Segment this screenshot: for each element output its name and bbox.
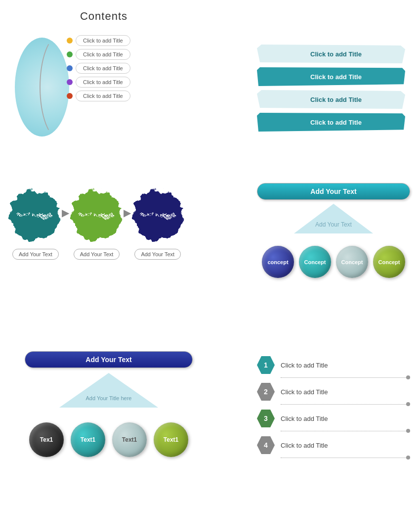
arrow-text-inside: Add Your Title here	[25, 395, 193, 401]
mindmap-dot	[67, 65, 73, 71]
arrow-ball[interactable]: Text1	[154, 422, 188, 457]
num-dot-end	[406, 402, 410, 406]
mindmap-box[interactable]: Click to add Title	[76, 91, 130, 101]
concept-ball[interactable]: Concept	[373, 246, 405, 278]
num-dot-end	[406, 375, 410, 379]
num-dot-end	[406, 456, 410, 460]
blob-add-text[interactable]: Add Your Text	[12, 249, 59, 260]
mindmap-box[interactable]: Click to add Title	[76, 49, 130, 60]
contents-title: Contents	[10, 10, 198, 23]
num-dots	[281, 431, 410, 431]
mindmap-item[interactable]: Click to add Title	[67, 63, 130, 74]
num-dots	[281, 458, 410, 458]
mindmap-dot	[67, 79, 73, 85]
num-dots	[281, 377, 410, 378]
arrow-big	[59, 373, 158, 408]
brush-label: Click to add Title	[257, 96, 405, 103]
brush-label: Click to add Title	[257, 50, 405, 58]
blob-shape[interactable]: Text in here	[10, 190, 59, 240]
arrow-diagram-section: Add Your Text Add Your Title here Tex1Te…	[25, 351, 193, 457]
blob-item: Text in here	[133, 190, 183, 240]
concept-header[interactable]: Add Your Text	[257, 183, 410, 200]
num-hex: 4	[257, 436, 275, 454]
blob-item: Text in here	[10, 190, 59, 240]
num-text[interactable]: Click to add Title	[281, 388, 410, 396]
numbered-item[interactable]: 4Click to add Title	[257, 436, 410, 454]
brush-item[interactable]: Click to add Title	[257, 113, 405, 132]
mindmap-item[interactable]: Click to add Title	[67, 35, 130, 46]
mindmap-container: Click to add TitleClick to add TitleClic…	[10, 28, 193, 146]
num-text[interactable]: Click to add Title	[281, 442, 410, 449]
blob-shape[interactable]: Text in here	[72, 190, 121, 240]
mindmap-box[interactable]: Click to add Title	[76, 77, 130, 88]
concept-ball[interactable]: Concept	[299, 246, 331, 278]
mindmap-box[interactable]: Click to add Title	[76, 63, 130, 74]
num-dot-end	[406, 429, 410, 433]
numbered-item[interactable]: 2Click to add Title	[257, 383, 410, 401]
mindmap-box[interactable]: Click to add Title	[76, 35, 130, 46]
arrow-ball[interactable]: Text1	[112, 422, 147, 457]
blobs-row: Text in here▶Text in here▶Text in here	[10, 190, 208, 240]
concept-arrow-area: Add Your Text	[257, 204, 410, 243]
arrow-balls-row: Tex1Text1Text1Text1	[25, 422, 193, 457]
mindmap-item[interactable]: Click to add Title	[67, 77, 130, 88]
num-hex: 3	[257, 410, 275, 427]
arrow-ball[interactable]: Text1	[71, 422, 105, 457]
arrow-diagram-area: Add Your Title here	[25, 373, 193, 417]
brush-section: Click to add TitleClick to add TitleClic…	[257, 45, 405, 132]
arrow-header[interactable]: Add Your Text	[25, 351, 193, 368]
brush-label: Click to add Title	[257, 119, 405, 126]
numbered-item[interactable]: 3Click to add Title	[257, 410, 410, 427]
mindmap-dot	[67, 38, 73, 44]
blob-item: Text in here	[72, 190, 121, 240]
num-dots	[281, 404, 410, 405]
contents-section: Contents Click to add TitleClick to add …	[10, 10, 198, 146]
brush-label: Click to add Title	[257, 73, 405, 81]
mindmap-dot	[67, 93, 73, 99]
num-hex: 1	[257, 356, 275, 374]
mindmap-item[interactable]: Click to add Title	[67, 91, 130, 101]
blob-add-text[interactable]: Add Your Text	[74, 249, 120, 260]
num-text[interactable]: Click to add Title	[281, 362, 410, 369]
blobs-section: Text in here▶Text in here▶Text in here A…	[10, 190, 208, 260]
brush-item[interactable]: Click to add Title	[257, 90, 405, 109]
mindmap-dot	[67, 51, 73, 57]
brush-item[interactable]: Click to add Title	[257, 45, 405, 63]
mindmap-item[interactable]: Click to add Title	[67, 49, 130, 60]
blob-arrow-icon: ▶	[124, 207, 131, 219]
numbered-section: 1Click to add Title2Click to add Title3C…	[257, 356, 410, 463]
num-text[interactable]: Click to add Title	[281, 415, 410, 422]
brush-item[interactable]: Click to add Title	[257, 67, 405, 86]
blob-arrow-icon: ▶	[62, 207, 69, 219]
arrow-ball[interactable]: Tex1	[29, 422, 64, 457]
concept-arrow-label: Add Your Text	[257, 221, 410, 228]
blob-shape[interactable]: Text in here	[133, 190, 183, 240]
mindmap-items: Click to add TitleClick to add TitleClic…	[67, 35, 130, 101]
blob-add-text[interactable]: Add Your Text	[134, 249, 181, 260]
concept-ball[interactable]: concept	[262, 246, 294, 278]
blobs-labels-row: Add Your TextAdd Your TextAdd Your Text	[10, 249, 208, 260]
concept-arrow	[294, 204, 373, 233]
numbered-item[interactable]: 1Click to add Title	[257, 356, 410, 374]
concept-section: Add Your Text Add Your Text conceptConce…	[257, 183, 410, 278]
concept-balls-row: conceptConceptConceptConcept	[257, 246, 410, 278]
num-hex: 2	[257, 383, 275, 401]
concept-ball[interactable]: Concept	[336, 246, 368, 278]
